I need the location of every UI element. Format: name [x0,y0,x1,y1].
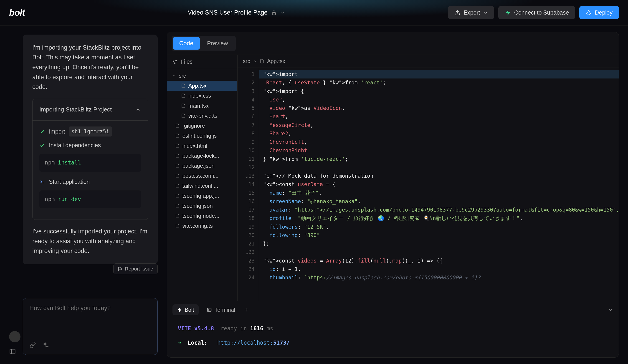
npm-install-block: npm install [39,154,141,171]
connect-supabase-button[interactable]: Connect to Supabase [498,6,575,19]
file-tsconfig[interactable]: tsconfig.json [167,201,237,211]
arrow-icon: ➜ [178,340,181,346]
step-deps: Install dependencies [39,141,141,150]
card-title: Importing StackBlitz Project [39,105,112,114]
avatar[interactable] [9,331,20,342]
ready-text: ready in [221,325,247,332]
chevron-down-icon[interactable] [608,307,613,313]
editor-area: src App.tsx 1 2 3 4 5 6 7 8 9 10 11 12⌄1… [237,55,619,301]
supabase-icon [505,9,511,16]
tab-preview[interactable]: Preview [201,37,234,50]
sparkle-icon[interactable] [42,342,48,348]
ide: Code Preview Files src App.tsx index.css… [167,32,619,358]
svg-point-7 [174,63,175,64]
file-app-tsx[interactable]: App.tsx [167,81,237,91]
chevron-right-icon [253,59,257,63]
ide-tabs: Code Preview [171,36,236,51]
step-import-label: Import [49,127,65,136]
import-card: Importing StackBlitz Project Import sb1-… [32,99,148,220]
terminal-tabs: Bolt Terminal [167,301,619,318]
collapse-handle-icon[interactable] [268,182,274,187]
step-deps-label: Install dependencies [49,141,101,150]
file-eslint[interactable]: eslint.config.js [167,131,237,141]
intro-text: I'm importing your StackBlitz project in… [32,43,148,92]
breadcrumb: src App.tsx [237,55,619,68]
folder-src[interactable]: src [167,71,237,81]
npm-cmd: npm [45,196,55,203]
crumb-file[interactable]: App.tsx [267,58,285,64]
report-label: Report Issue [125,266,153,272]
file-icon [260,59,264,64]
import-id-tag: sb1-lgmmrz5i [69,127,112,137]
npm-cmd: npm [45,159,55,166]
app-header: bolt Video SNS User Profile Page Export … [0,0,628,25]
run-arg: run [58,196,68,203]
file-vite-env[interactable]: vite-env.d.ts [167,111,237,121]
npm-arg: install [58,159,81,166]
tab-bolt-terminal[interactable]: Bolt [172,304,199,315]
add-terminal-icon[interactable] [243,307,249,313]
vite-label: VITE v5.4.8 [178,325,214,332]
export-button[interactable]: Export [448,6,494,19]
svg-point-6 [176,60,177,61]
deploy-button[interactable]: Deploy [579,6,619,19]
project-title[interactable]: Video SNS User Profile Page [188,9,268,16]
tab-terminal[interactable]: Terminal [202,304,240,315]
code-body[interactable]: "kw">import React, { useState } "kw">fro… [259,68,619,301]
chevron-up-icon[interactable] [135,107,141,113]
chevron-down-icon[interactable] [280,10,285,15]
flag-icon [118,266,123,271]
tab-code[interactable]: Code [173,37,200,50]
check-icon [39,129,45,135]
chat-input-box[interactable] [23,298,158,355]
export-label: Export [464,9,480,16]
tree-icon [172,59,177,65]
local-url[interactable]: http://localhost:5173/ [217,340,290,346]
file-tree: Files src App.tsx index.css main.tsx vit… [167,55,237,301]
file-index-html[interactable]: index.html [167,141,237,151]
file-main-tsx[interactable]: main.tsx [167,101,237,111]
file-gitignore[interactable]: .gitignore [167,121,237,131]
local-label: Local: [188,340,208,346]
files-label: Files [181,59,193,65]
svg-rect-8 [208,308,211,311]
file-postcss[interactable]: postcss.confi... [167,171,237,181]
ready-ms: 1616 [250,325,263,332]
report-issue-button[interactable]: Report Issue [113,263,158,274]
svg-point-5 [173,60,174,61]
check-icon [39,142,45,148]
lock-icon [271,10,277,15]
file-tsconfig-app[interactable]: tsconfig.app.j... [167,191,237,201]
supabase-label: Connect to Supabase [514,9,569,16]
code-editor[interactable]: 1 2 3 4 5 6 7 8 9 10 11 12⌄13 14 15 16 1… [237,68,619,301]
outro-text: I've successfully imported your project.… [32,226,148,256]
svg-rect-0 [272,12,276,15]
file-tsconfig-node[interactable]: tsconfig.node... [167,211,237,221]
file-tailwind[interactable]: tailwind.confi... [167,181,237,191]
bolt-icon [177,307,182,312]
terminal-output[interactable]: VITE v5.4.8 ready in 1616 ms ➜ Local: ht… [167,318,619,358]
assistant-message: I'm importing your StackBlitz project in… [23,35,158,264]
upload-icon [454,10,460,16]
link-icon[interactable] [29,342,36,348]
file-pkg-lock[interactable]: package-lock... [167,151,237,161]
dev-arg: dev [71,196,81,203]
header-center: Video SNS User Profile Page [25,9,448,16]
file-pkg[interactable]: package.json [167,161,237,171]
chevron-down-icon [483,10,488,15]
npm-run-block: npm run dev [39,190,141,208]
file-index-css[interactable]: index.css [167,91,237,101]
header-actions: Export Connect to Supabase Deploy [448,6,619,19]
svg-rect-3 [10,349,15,354]
file-vite-config[interactable]: vite.config.ts [167,221,237,231]
chat-input[interactable] [29,305,151,342]
deploy-label: Deploy [595,9,613,16]
line-gutter: 1 2 3 4 5 6 7 8 9 10 11 12⌄13 14 15 16 1… [237,68,259,301]
step-start-label: Start application [49,177,90,186]
sidebar-toggle-icon[interactable] [9,348,16,355]
prompt-icon [39,179,45,185]
logo: bolt [9,7,25,18]
deploy-icon [586,10,592,16]
crumb-src[interactable]: src [243,58,250,64]
step-start: Start application [39,177,141,186]
